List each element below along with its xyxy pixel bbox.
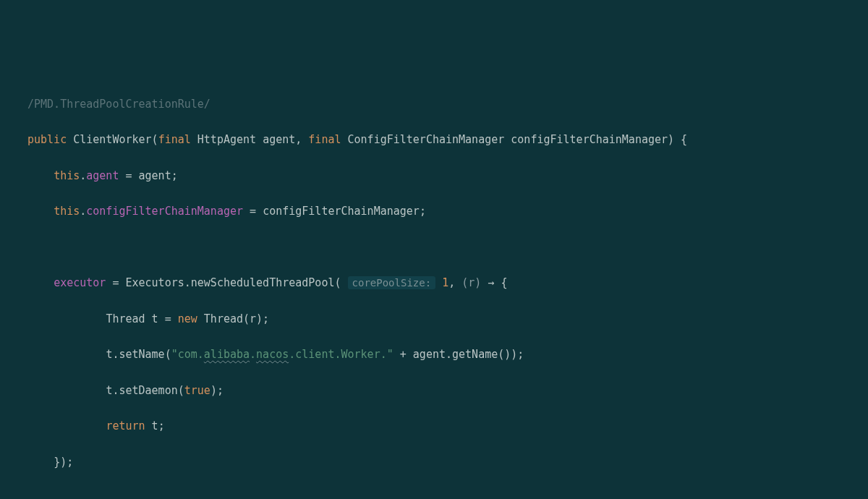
type: Thread [106,312,145,325]
variable: agent [413,348,446,361]
method-call: setDaemon [119,384,177,397]
param: configFilterChainManager [511,133,668,146]
code-line: executor = Executors.newScheduledThreadP… [0,274,868,292]
code-line: t.setName("com.alibaba.nacos.client.Work… [0,346,868,364]
code-line: Thread t = new Thread(r); [0,310,868,328]
constructor: Thread [204,312,243,325]
class: Executors [125,276,184,289]
arrow: → [488,276,494,289]
variable: configFilterChainManager [263,205,420,218]
method-call: getName [452,348,498,361]
type: ConfigFilterChainManager [348,133,505,146]
keyword: final [158,133,191,146]
code-line: this.configFilterChainManager = configFi… [0,202,868,221]
keyword: this [54,205,80,218]
code-line: public ClientWorker(final HttpAgent agen… [0,131,868,149]
variable: r [250,312,256,325]
field: agent [86,169,119,182]
param: agent [263,133,295,146]
string: . [250,348,256,361]
keyword: final [308,133,341,146]
variable: t [152,312,158,325]
string: .client.Worker." [289,348,393,361]
variable: agent [139,169,171,182]
keyword: this [54,169,80,182]
method-call: newScheduledThreadPool [191,276,335,289]
operator: + [393,348,413,361]
comment-text: /PMD.ThreadPoolCreationRule/ [27,98,210,111]
method-call: setName [119,348,164,361]
lambda-param: (r) [461,276,481,289]
string-underline: nacos [256,348,289,361]
string: "com. [171,348,204,361]
number: 1 [442,276,448,289]
type: HttpAgent [197,133,256,146]
string-underline: alibaba [204,348,250,361]
code-line: t.setDaemon(true); [0,382,868,400]
keyword: return [106,419,145,432]
boolean: true [184,384,210,397]
parameter-hint: corePoolSize: [348,276,436,289]
punct: }); [54,456,73,469]
keyword: public [27,133,67,146]
variable: t [152,419,158,432]
field: executor [54,276,106,289]
method-name: ClientWorker [73,133,151,146]
blank-line [0,489,868,499]
blank-line [0,239,868,257]
code-editor[interactable]: /PMD.ThreadPoolCreationRule/ public Clie… [0,77,868,499]
code-line: return t; [0,417,868,435]
field: configFilterChainManager [86,205,243,218]
keyword: new [178,312,197,325]
code-line: }); [0,453,868,472]
code-line: this.agent = agent; [0,167,868,185]
code-line: /PMD.ThreadPoolCreationRule/ [0,95,868,114]
